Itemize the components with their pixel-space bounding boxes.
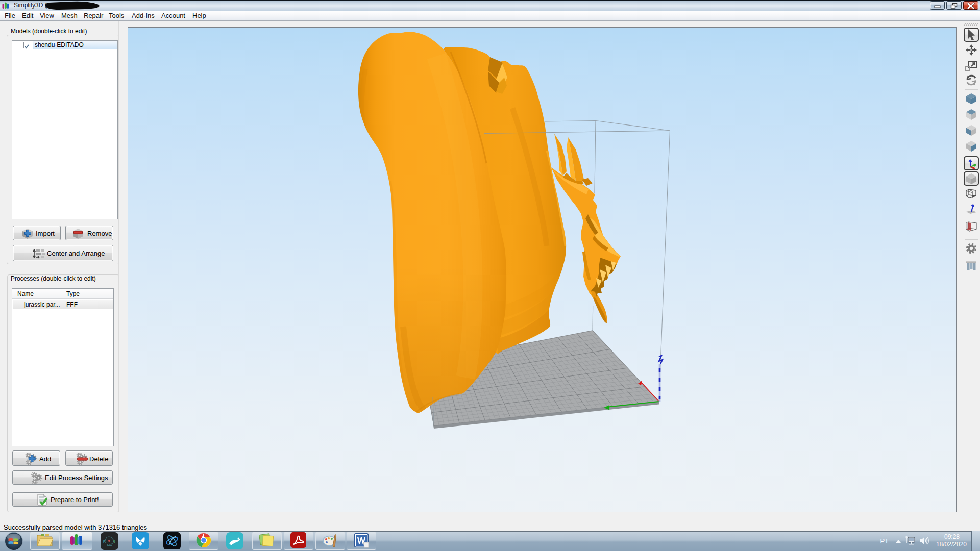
- svg-text:N: N: [113, 540, 115, 544]
- svg-text:P: P: [103, 540, 105, 544]
